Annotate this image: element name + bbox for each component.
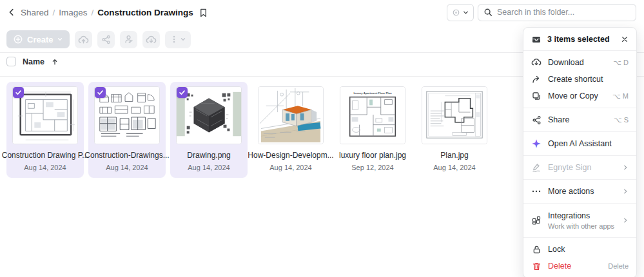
integrations-grid-icon (531, 215, 542, 225)
ai-sparkle-icon (531, 138, 542, 149)
share-icon (101, 35, 111, 44)
column-header-name[interactable]: Name (23, 57, 44, 66)
select-all-checkbox[interactable] (6, 57, 16, 66)
shortcut-hint: ⌥ S (614, 116, 629, 124)
breadcrumb-current-folder: Construction Drawings (97, 8, 193, 17)
thumbnail-wrap: Luxury Apartment Floor Plan (339, 86, 406, 145)
menu-item-subtitle: Work with other apps (548, 222, 616, 230)
search-scope-dropdown[interactable] (447, 4, 474, 21)
menu-item-label: Share (548, 115, 607, 124)
chevron-down-icon (180, 36, 186, 43)
close-menu-button[interactable] (621, 35, 629, 43)
file-grid: Construction Drawing P... Aug 14, 2024 (6, 82, 493, 178)
shortcut-arrow-icon (531, 74, 542, 84)
shortcut-hint: ⌥ D (613, 59, 629, 67)
chevron-right-icon (622, 188, 629, 195)
file-date: Aug 14, 2024 (24, 164, 66, 171)
menu-item-label: Open AI Assistant (548, 139, 629, 148)
back-button[interactable] (5, 6, 18, 19)
bookmark-icon (199, 8, 208, 17)
chevron-down-icon (462, 9, 469, 16)
design-sketch-thumbnail (258, 86, 324, 144)
thumbnail-wrap (175, 86, 242, 145)
selected-items-icon (531, 34, 542, 44)
menu-item-label: Create shortcut (548, 75, 629, 84)
more-actions-button[interactable] (165, 31, 191, 48)
thumbnail-caption: Luxury Apartment Floor Plan (353, 91, 392, 95)
upload-button[interactable] (75, 31, 92, 48)
list-header: Name (6, 57, 59, 66)
chevron-right-icon (622, 164, 629, 171)
create-button-label: Create (27, 35, 53, 44)
file-tile-plan-jpg[interactable]: Plan.jpg Aug 14, 2024 (416, 82, 493, 178)
search-box (478, 4, 636, 21)
selection-count-label: 3 items selected (547, 35, 615, 44)
breadcrumb-separator: / (92, 8, 94, 17)
file-date: Aug 14, 2024 (106, 164, 148, 171)
menu-item-label: Lock (548, 245, 629, 254)
thumbnail-wrap (93, 86, 161, 145)
file-tile-drawing-png[interactable]: Drawing.png Aug 14, 2024 (170, 82, 248, 178)
menu-group: Egnyte Sign (523, 155, 636, 179)
plus-circle-icon (13, 34, 23, 44)
file-name: Plan.jpg (440, 151, 468, 160)
chevron-down-icon (57, 36, 63, 43)
scope-circle-icon (452, 8, 460, 17)
menu-item-share[interactable]: Share ⌥ S (523, 111, 636, 128)
menu-group: Lock Delete Delete (523, 237, 636, 277)
checkmark-icon (97, 89, 104, 96)
file-name: How-Design-Developm... (248, 151, 333, 160)
file-tile-construction-drawing-p[interactable]: Construction Drawing P... Aug 14, 2024 (6, 82, 84, 178)
menu-item-label: Move or Copy (548, 91, 606, 100)
selected-checkbox[interactable] (95, 87, 106, 98)
file-date: Aug 14, 2024 (433, 164, 475, 171)
breadcrumb-shared[interactable]: Shared (21, 8, 49, 17)
breadcrumb-separator: / (53, 8, 55, 17)
thumbnail-wrap (12, 86, 79, 145)
kebab-icon (170, 35, 179, 44)
menu-item-move-or-copy[interactable]: Move or Copy ⌥ M (523, 88, 636, 104)
menu-item-egnyte-sign[interactable]: Egnyte Sign (523, 159, 636, 176)
file-tile-how-design-development[interactable]: How-Design-Developm... Aug 14, 2024 (252, 82, 329, 178)
menu-item-download[interactable]: Download ⌥ D (523, 54, 636, 71)
shortcut-hint: ⌥ M (612, 92, 629, 100)
lock-icon (531, 244, 542, 254)
menu-item-open-ai-assistant[interactable]: Open AI Assistant (523, 135, 636, 152)
technical-plan-thumbnail (422, 86, 487, 144)
signature-pen-icon (531, 162, 542, 173)
file-date: Sep 12, 2024 (351, 164, 393, 171)
create-button[interactable]: Create (6, 30, 70, 48)
chevron-left-icon (7, 8, 16, 17)
menu-item-integrations[interactable]: Integrations Work with other apps (523, 207, 636, 234)
menu-item-more-actions[interactable]: More actions (523, 183, 636, 200)
file-tile-luxury-floor-plan[interactable]: Luxury Apartment Floor Plan luxury floor… (334, 82, 411, 178)
file-name: Construction Drawing P... (2, 151, 89, 160)
cloud-upload-icon (78, 34, 89, 45)
download-button[interactable] (142, 31, 160, 48)
selection-context-menu: 3 items selected Download ⌥ D Create sho… (523, 27, 637, 277)
breadcrumb: Shared / Images / Construction Drawings (21, 8, 193, 17)
file-manager-app: Shared / Images / Construction Drawings … (0, 0, 644, 277)
share-button[interactable] (97, 31, 115, 48)
search-input[interactable] (497, 8, 630, 17)
menu-item-create-shortcut[interactable]: Create shortcut (523, 71, 636, 88)
checkmark-icon (179, 89, 186, 96)
shortcut-hint: Delete (608, 262, 629, 270)
manage-access-button[interactable] (120, 31, 137, 48)
menu-group: Open AI Assistant (523, 131, 636, 155)
file-name: Construction-Drawings... (84, 151, 169, 160)
file-date: Aug 14, 2024 (269, 164, 311, 171)
menu-item-delete[interactable]: Delete Delete (523, 258, 636, 274)
menu-item-label: Delete (548, 262, 601, 271)
user-edit-icon (124, 34, 134, 44)
bookmark-button[interactable] (199, 8, 208, 17)
selected-checkbox[interactable] (177, 87, 188, 98)
ellipsis-icon (531, 186, 542, 196)
selected-checkbox[interactable] (13, 87, 24, 98)
file-tile-construction-drawings[interactable]: Construction-Drawings... Aug 14, 2024 (88, 82, 166, 178)
menu-item-lock[interactable]: Lock (523, 241, 636, 258)
menu-group: Share ⌥ S (523, 108, 636, 131)
menu-item-label: More actions (548, 187, 616, 196)
sort-ascending-icon[interactable] (51, 58, 59, 66)
breadcrumb-images[interactable]: Images (59, 8, 87, 17)
